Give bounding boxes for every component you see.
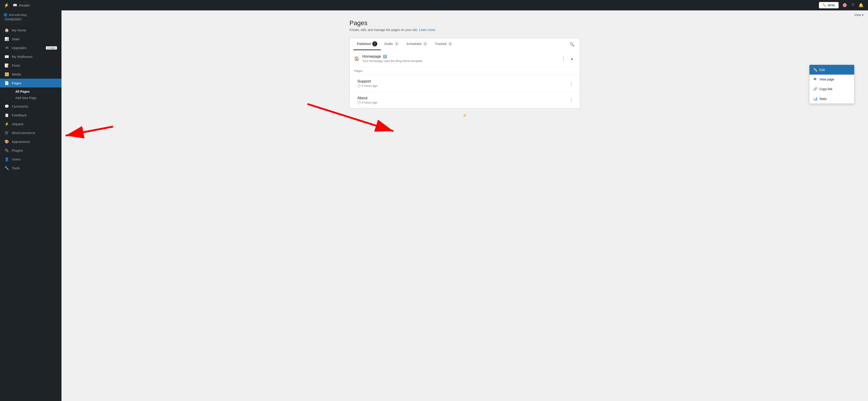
learn-more-link[interactable]: Learn more. [419, 28, 436, 32]
sidebar-item-woocommerce[interactable]: 🛒 WooCommerce [0, 128, 61, 137]
view-page-icon: 👁 [813, 77, 817, 81]
sidebar-subitem-all-pages[interactable]: All Pages [12, 88, 61, 95]
upgrade-badge: Creator [46, 47, 57, 50]
sidebar-item-upgrades[interactable]: ✉ Upgrades Creator [0, 43, 61, 52]
sidebar-item-comments[interactable]: 💬 Comments [0, 102, 61, 111]
my-mailboxes-icon: ✉️ [4, 55, 9, 59]
tab-scheduled[interactable]: Scheduled 0 [403, 38, 431, 50]
sidebar-item-label: Comments [12, 104, 28, 108]
chevron-up-button[interactable]: ▲ [568, 56, 575, 61]
my-sites-button[interactable]: 🎯 [841, 2, 848, 8]
context-item-label: View page [819, 78, 834, 81]
sidebar-item-label: Jetpack [12, 122, 24, 126]
wp-footer: ⚡ [349, 109, 580, 123]
search-icon[interactable]: 🔍 [567, 40, 576, 49]
sidebar-item-media[interactable]: 🖼️ Media [0, 70, 61, 79]
copy-link-icon: 🔗 [813, 87, 817, 91]
sidebar-item-feedback[interactable]: 📋 Feedback [0, 111, 61, 120]
sidebar-item-label: Feedback [12, 113, 27, 117]
tab-label: Drafts [384, 42, 393, 46]
sidebar-item-label: WooCommerce [12, 131, 35, 135]
kebab-menu-button[interactable]: ⋮ [567, 80, 575, 87]
sidebar-item-plugins[interactable]: 🔌 Plugins [0, 146, 61, 155]
page-info: Support 🕐 4 hours ago [358, 79, 564, 88]
sidebar-item-pages[interactable]: 📄 Pages [0, 79, 61, 88]
sidebar-item-my-mailboxes[interactable]: ✉️ My Mailboxes [0, 52, 61, 61]
context-item-copy-link[interactable]: 🔗 Copy link [809, 84, 854, 94]
edit-icon: ✏️ [813, 68, 817, 72]
kebab-menu-button[interactable]: ⋮ [567, 97, 575, 103]
site-info: 🌐 test-web.blog Coming Soon [0, 10, 61, 24]
page-info: About 🕐 4 hours ago [358, 96, 564, 104]
page-time: 🕐 4 hours ago [358, 101, 564, 104]
sidebar-item-stats[interactable]: 📊 Stats [0, 35, 61, 43]
sidebar-item-jetpack[interactable]: ⚡ Jetpack [0, 120, 61, 128]
section-label: Pages [350, 67, 580, 75]
tab-drafts[interactable]: Drafts 0 [381, 38, 403, 50]
tab-count: 2 [372, 41, 377, 47]
upgrades-icon: ✉ [4, 46, 9, 50]
page-info: Homepage ℹ️ Your homepage uses the Blog … [362, 54, 556, 63]
tab-label: Scheduled [406, 42, 421, 46]
sidebar-item-appearance[interactable]: 🎨 Appearance [0, 137, 61, 146]
sidebar-item-label: Pages [12, 81, 22, 85]
sidebar-item-tools[interactable]: 🔧 Tools [0, 164, 61, 173]
coming-soon-badge: Coming Soon [4, 18, 22, 21]
sidebar-item-label: Plugins [12, 149, 23, 152]
pages-icon: 📄 [4, 81, 9, 85]
sidebar: 🌐 test-web.blog Coming Soon 🏠 My Home 📊 … [0, 10, 61, 401]
subitem-label: Add New Page [16, 96, 36, 100]
tab-count: 0 [448, 41, 453, 47]
stats-icon: 📊 [4, 37, 9, 41]
page-time: 🕐 4 hours ago [358, 84, 564, 88]
page-desc: Your homepage uses the Blog Home templat… [362, 59, 556, 63]
page-subtitle: Create, edit, and manage the pages on yo… [349, 28, 580, 32]
tab-published[interactable]: Published 2 [353, 38, 381, 50]
sidebar-item-my-home[interactable]: 🏠 My Home [0, 26, 61, 35]
context-item-stats[interactable]: 📊 Stats [809, 94, 854, 103]
plugins-icon: 🔌 [4, 148, 9, 153]
comments-icon: 💬 [4, 104, 9, 109]
jetpack-icon: ⚡ [4, 122, 9, 126]
write-button[interactable]: ✏️ Write [819, 2, 839, 8]
top-navigation: ⚡ 📖 Reader ✏️ Write 🎯 ? 🔔 [0, 0, 868, 10]
notifications-button[interactable]: 🔔 [858, 2, 864, 8]
sidebar-item-label: My Mailboxes [12, 55, 33, 59]
wordpress-logo-icon[interactable]: ⚡ [4, 2, 9, 8]
page-title: Pages [349, 20, 580, 27]
help-button[interactable]: ? [851, 2, 855, 8]
sidebar-item-users[interactable]: 👤 Users [0, 155, 61, 164]
view-button[interactable]: View ▾ [854, 13, 864, 17]
page-actions: ⋮ [567, 80, 575, 87]
pages-subnav: All PagesAdd New Page [0, 88, 61, 102]
sidebar-item-label: Stats [12, 37, 20, 41]
tab-count: 0 [394, 41, 399, 47]
sidebar-item-label: Users [12, 157, 21, 161]
reader-nav-item[interactable]: 📖 Reader [13, 3, 30, 7]
sidebar-item-label: Appearance [12, 140, 30, 144]
subitem-label: All Pages [16, 90, 30, 93]
pages-list: 🏠 Homepage ℹ️ Your homepage uses the Blo… [349, 50, 580, 109]
tab-count: 0 [423, 41, 428, 47]
sidebar-item-posts[interactable]: 📝 Posts [0, 61, 61, 70]
reader-icon: 📖 [13, 3, 17, 7]
sidebar-item-label: Upgrades [12, 46, 26, 50]
context-item-edit[interactable]: ✏️ Edit [809, 65, 854, 74]
page-actions: ⋮ ▲ [559, 55, 575, 62]
context-item-view-page[interactable]: 👁 View page [809, 74, 854, 84]
sidebar-subitem-add-new-page[interactable]: Add New Page [12, 95, 61, 101]
tabs-bar: Published 2 Drafts 0 Scheduled 0 Trashed… [349, 38, 580, 50]
sidebar-navigation: 🏠 My Home 📊 Stats ✉ Upgrades Creator ✉️ … [0, 24, 61, 401]
context-item-label: Edit [819, 68, 825, 72]
sidebar-item-label: Posts [12, 63, 20, 67]
tab-trashed[interactable]: Trashed 0 [431, 38, 456, 50]
appearance-icon: 🎨 [4, 140, 9, 144]
sidebar-item-label: Tools [12, 166, 20, 170]
reader-label: Reader [19, 3, 30, 7]
kebab-menu-button[interactable]: ⋮ [559, 55, 567, 62]
my-home-icon: 🏠 [4, 28, 9, 32]
page-name: About [358, 96, 564, 100]
woocommerce-icon: 🛒 [4, 131, 9, 135]
stats-icon: 📊 [813, 96, 817, 101]
page-actions: ⋮ [567, 97, 575, 103]
